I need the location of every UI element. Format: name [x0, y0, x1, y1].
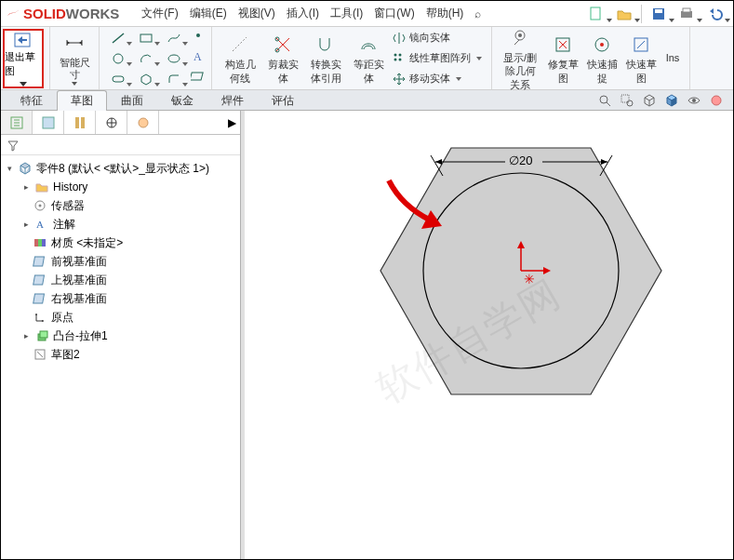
- tree-origin[interactable]: 原点: [3, 308, 238, 327]
- smart-dimension-button[interactable]: 智能尺寸: [56, 31, 93, 85]
- expand-icon[interactable]: ▸: [21, 331, 31, 340]
- menu-help[interactable]: 帮助(H): [420, 2, 470, 25]
- svg-rect-4: [683, 8, 690, 12]
- line-tool[interactable]: [105, 29, 131, 47]
- qat-save-button[interactable]: [646, 3, 672, 25]
- tree-annotations[interactable]: ▸ A 注解: [3, 215, 238, 233]
- plane-tool[interactable]: [191, 70, 206, 88]
- move-entities-button[interactable]: 移动实体: [393, 70, 482, 88]
- circle-tool[interactable]: [105, 49, 131, 68]
- menu-view[interactable]: 视图(V): [233, 2, 281, 25]
- expand-icon[interactable]: ▸: [21, 182, 31, 192]
- quick-snap-button[interactable]: 快速捕捉: [583, 33, 621, 83]
- qat-undo-button[interactable]: [701, 3, 727, 25]
- polygon-tool[interactable]: [133, 70, 159, 88]
- svg-rect-6: [140, 34, 152, 42]
- svg-text:A: A: [194, 50, 202, 62]
- tab-evaluate[interactable]: 评估: [258, 90, 308, 111]
- annotation-icon: A: [34, 217, 49, 232]
- sensor-icon: [33, 198, 47, 213]
- view-orientation-button[interactable]: [640, 92, 659, 109]
- spline-tool[interactable]: [161, 29, 187, 47]
- tree-material[interactable]: 材质 <未指定>: [3, 233, 238, 252]
- relations-icon: [510, 28, 530, 48]
- fm-tab-property[interactable]: [33, 111, 64, 134]
- rect-tool[interactable]: [133, 29, 159, 47]
- fm-collapse-button[interactable]: ▶: [223, 111, 240, 134]
- repair-sketch-button[interactable]: 修复草图: [544, 33, 581, 83]
- construction-geometry-button[interactable]: 构造几何线: [218, 33, 262, 83]
- mirror-entities-button[interactable]: 镜向实体: [393, 29, 482, 47]
- ellipse-tool[interactable]: [161, 49, 187, 68]
- mirror-icon: [393, 32, 406, 45]
- menu-search[interactable]: ⌕: [469, 4, 487, 24]
- text-tool[interactable]: A: [191, 49, 206, 68]
- dimension-label: ∅20: [509, 153, 532, 167]
- tab-sketch[interactable]: 草图: [57, 90, 107, 111]
- tree-top-plane[interactable]: 上视基准面: [3, 271, 238, 289]
- svg-rect-42: [42, 239, 46, 247]
- show-delete-relations-button[interactable]: 显示/删除几何关系: [498, 26, 542, 89]
- exit-sketch-button[interactable]: 退出草图: [3, 29, 44, 88]
- slot-tool[interactable]: [105, 70, 131, 88]
- svg-rect-0: [591, 7, 600, 20]
- menu-insert[interactable]: 插入(I): [281, 2, 325, 25]
- svg-point-36: [139, 118, 148, 127]
- svg-point-26: [600, 96, 607, 103]
- tab-surfaces[interactable]: 曲面: [107, 90, 157, 111]
- convert-icon: [315, 34, 336, 55]
- tree-boss-extrude[interactable]: ▸ 凸台-拉伸1: [3, 327, 238, 345]
- expand-icon[interactable]: ▸: [21, 220, 31, 229]
- tree-front-plane[interactable]: 前视基准面: [3, 252, 238, 271]
- tab-features[interactable]: 特征: [7, 90, 57, 111]
- tree-right-plane[interactable]: 右视基准面: [3, 289, 238, 308]
- svg-point-17: [399, 53, 402, 56]
- arc-tool[interactable]: [133, 49, 159, 68]
- chevron-down-icon: [456, 77, 461, 81]
- plane-icon: [33, 291, 47, 306]
- linear-pattern-button[interactable]: 线性草图阵列: [393, 49, 482, 68]
- display-style-button[interactable]: [662, 92, 681, 109]
- folder-icon: [34, 180, 49, 194]
- hide-show-button[interactable]: [685, 92, 703, 109]
- tree-root[interactable]: ▾ 零件8 (默认< <默认>_显示状态 1>): [3, 159, 238, 178]
- appearance-button[interactable]: [707, 92, 726, 109]
- svg-point-7: [113, 54, 123, 63]
- tab-sheetmetal[interactable]: 钣金: [157, 90, 207, 111]
- menu-tools[interactable]: 工具(I): [325, 2, 368, 25]
- trim-icon: [273, 34, 293, 55]
- instant-button[interactable]: Ins: [661, 52, 684, 63]
- tab-weldments[interactable]: 焊件: [207, 90, 258, 111]
- svg-text:✳: ✳: [524, 272, 535, 287]
- qat-open-button[interactable]: [611, 3, 637, 25]
- convert-entities-button[interactable]: 转换实体引用: [303, 33, 348, 83]
- rapid-sketch-button[interactable]: 快速草图: [622, 33, 660, 83]
- point-tool[interactable]: [191, 29, 206, 47]
- offset-entities-button[interactable]: 等距实体: [350, 33, 387, 83]
- fm-tab-config[interactable]: [64, 111, 96, 134]
- fm-tab-display[interactable]: [127, 111, 159, 134]
- expand-icon[interactable]: ▾: [5, 164, 14, 173]
- trim-entities-button[interactable]: 剪裁实体: [264, 33, 301, 83]
- fm-filter-bar[interactable]: [1, 135, 240, 155]
- fm-tab-dim[interactable]: [96, 111, 127, 134]
- tree-sensors[interactable]: 传感器: [3, 196, 238, 215]
- svg-point-8: [168, 55, 180, 62]
- svg-rect-40: [34, 239, 38, 247]
- fm-tab-tree[interactable]: [1, 111, 33, 134]
- qat-print-button[interactable]: [674, 3, 700, 25]
- svg-rect-32: [43, 117, 54, 128]
- menu-edit[interactable]: 编辑(E): [184, 2, 233, 25]
- qat-new-button[interactable]: [583, 3, 609, 25]
- fillet-tool[interactable]: [161, 70, 187, 88]
- move-icon: [393, 73, 406, 86]
- svg-text:A: A: [36, 219, 44, 230]
- tree-history[interactable]: ▸ History: [3, 178, 238, 196]
- zoom-area-button[interactable]: [618, 92, 636, 109]
- menu-window[interactable]: 窗口(W): [368, 2, 420, 25]
- menu-file[interactable]: 文件(F): [136, 2, 183, 25]
- svg-rect-13: [191, 73, 203, 80]
- graphics-area[interactable]: ∅20 ✳ 软件自学网: [245, 111, 733, 560]
- tree-sketch2[interactable]: 草图2: [3, 345, 238, 364]
- zoom-fit-button[interactable]: [595, 92, 614, 109]
